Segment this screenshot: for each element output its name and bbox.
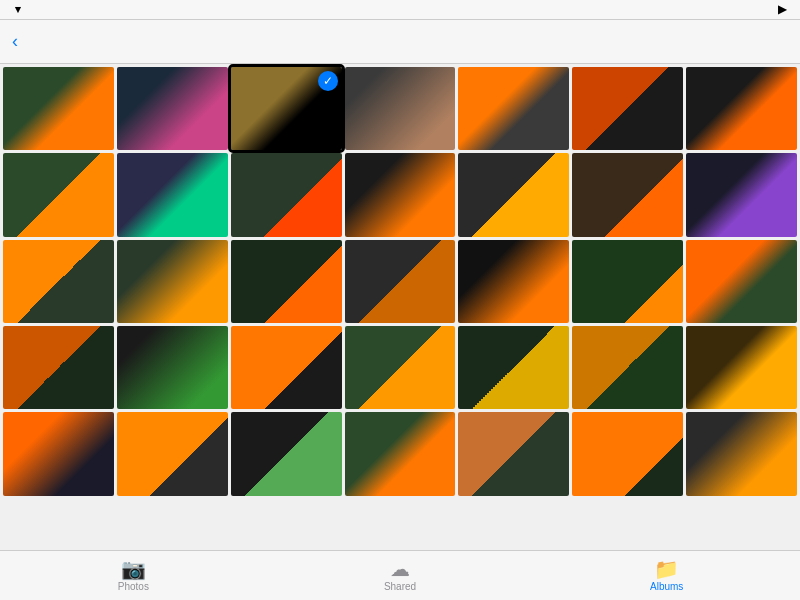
selected-check-icon: ✓ bbox=[318, 71, 338, 91]
photo-thumb-25[interactable] bbox=[458, 326, 569, 409]
wifi-icon: ▾ bbox=[15, 3, 21, 16]
photo-thumb-15[interactable] bbox=[117, 240, 228, 323]
back-button[interactable]: ‹ bbox=[12, 31, 22, 52]
photo-row-4 bbox=[3, 412, 797, 495]
photo-thumb-31[interactable] bbox=[345, 412, 456, 495]
photo-thumb-9[interactable] bbox=[231, 153, 342, 236]
photo-thumb-30[interactable] bbox=[231, 412, 342, 495]
photo-thumb-22[interactable] bbox=[117, 326, 228, 409]
photo-thumb-34[interactable] bbox=[686, 412, 797, 495]
tab-albums-label: Albums bbox=[650, 581, 683, 592]
photo-thumb-4[interactable] bbox=[458, 67, 569, 150]
photo-thumb-20[interactable] bbox=[686, 240, 797, 323]
photo-thumb-11[interactable] bbox=[458, 153, 569, 236]
signal-icon: ▶ bbox=[778, 3, 786, 16]
photo-row-2 bbox=[3, 240, 797, 323]
photo-thumb-16[interactable] bbox=[231, 240, 342, 323]
photo-thumb-8[interactable] bbox=[117, 153, 228, 236]
photo-grid: ✓ bbox=[0, 64, 800, 550]
tab-bar: 📷Photos☁Shared📁Albums bbox=[0, 550, 800, 600]
tab-photos[interactable]: 📷Photos bbox=[0, 559, 267, 592]
photo-thumb-29[interactable] bbox=[117, 412, 228, 495]
photo-thumb-17[interactable] bbox=[345, 240, 456, 323]
photo-thumb-24[interactable] bbox=[345, 326, 456, 409]
photo-thumb-27[interactable] bbox=[686, 326, 797, 409]
photo-thumb-6[interactable] bbox=[686, 67, 797, 150]
tab-photos-icon: 📷 bbox=[121, 559, 146, 579]
nav-bar: ‹ bbox=[0, 20, 800, 64]
photo-thumb-1[interactable] bbox=[117, 67, 228, 150]
photo-thumb-32[interactable] bbox=[458, 412, 569, 495]
photo-thumb-23[interactable] bbox=[231, 326, 342, 409]
photo-thumb-5[interactable] bbox=[572, 67, 683, 150]
tab-shared-icon: ☁ bbox=[390, 559, 410, 579]
photo-thumb-7[interactable] bbox=[3, 153, 114, 236]
photo-thumb-21[interactable] bbox=[3, 326, 114, 409]
status-bar: ▾ ▶ bbox=[0, 0, 800, 20]
photo-thumb-18[interactable] bbox=[458, 240, 569, 323]
photo-thumb-13[interactable] bbox=[686, 153, 797, 236]
photo-row-0: ✓ bbox=[3, 67, 797, 150]
tab-photos-label: Photos bbox=[118, 581, 149, 592]
tab-albums-icon: 📁 bbox=[654, 559, 679, 579]
tab-albums[interactable]: 📁Albums bbox=[533, 559, 800, 592]
photo-thumb-26[interactable] bbox=[572, 326, 683, 409]
photo-thumb-2[interactable]: ✓ bbox=[231, 67, 342, 150]
photo-row-1 bbox=[3, 153, 797, 236]
photo-thumb-10[interactable] bbox=[345, 153, 456, 236]
photo-thumb-12[interactable] bbox=[572, 153, 683, 236]
photo-row-3 bbox=[3, 326, 797, 409]
tab-shared[interactable]: ☁Shared bbox=[267, 559, 534, 592]
photo-thumb-19[interactable] bbox=[572, 240, 683, 323]
photo-thumb-14[interactable] bbox=[3, 240, 114, 323]
tab-shared-label: Shared bbox=[384, 581, 416, 592]
photo-thumb-0[interactable] bbox=[3, 67, 114, 150]
photo-thumb-28[interactable] bbox=[3, 412, 114, 495]
back-arrow-icon: ‹ bbox=[12, 31, 18, 52]
photo-thumb-33[interactable] bbox=[572, 412, 683, 495]
photo-thumb-3[interactable] bbox=[345, 67, 456, 150]
